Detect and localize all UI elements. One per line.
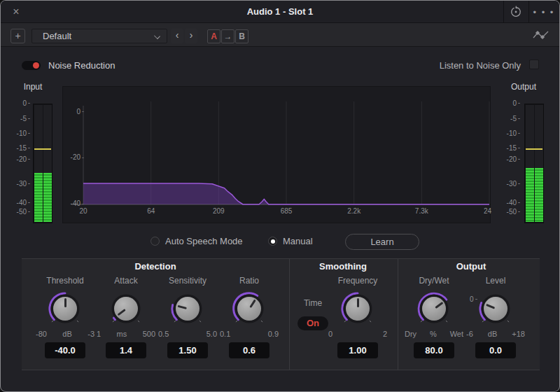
knob-column-attack: Attack1ms5001.4	[94, 276, 158, 358]
dry-wet-value-field[interactable]: 80.0	[414, 342, 454, 358]
meter-peak-hold	[34, 148, 51, 150]
meter-scale-label: -5	[10, 115, 30, 122]
meter-scale-label: 0	[10, 99, 30, 107]
meter-bars	[33, 104, 52, 223]
attack-value-field[interactable]: 1.4	[106, 342, 146, 358]
range-label: -80	[36, 330, 47, 338]
ab-copy-button[interactable]: →	[221, 29, 234, 43]
range-label: 500	[143, 330, 155, 338]
frequency-label: Frequency	[326, 276, 389, 288]
meter-bar	[43, 105, 52, 222]
threshold-knob[interactable]	[46, 289, 85, 328]
ab-b-button[interactable]: B	[235, 29, 248, 43]
dry-wet-label: Dry/Wet	[402, 276, 465, 288]
range-label: -3	[88, 330, 94, 338]
frequency-knob[interactable]	[338, 289, 377, 328]
knob-pointer	[435, 302, 443, 309]
svg-text:209: 209	[213, 207, 225, 215]
threshold-value-field[interactable]: -40.0	[45, 342, 85, 358]
reset-history-button[interactable]	[503, 1, 528, 23]
listen-noise-only-checkbox[interactable]	[529, 59, 539, 69]
sensitivity-knob[interactable]	[168, 289, 207, 328]
range-label: 1	[97, 330, 101, 338]
knob-face	[422, 297, 446, 321]
next-preset-button[interactable]: ›	[185, 29, 197, 43]
range-label: 0.9	[268, 330, 279, 338]
range-label: +18	[512, 330, 525, 338]
meter-level-fill	[526, 168, 534, 223]
plugin-window: × Audio 1 - Slot 1 • • • + Default ‹ › A…	[0, 0, 560, 392]
attack-knob[interactable]	[106, 289, 146, 328]
sensitivity-label: Sensitivity	[156, 276, 219, 288]
knob-pointer	[357, 298, 359, 307]
svg-text:685: 685	[281, 207, 293, 215]
meter-peak-hold	[526, 148, 542, 150]
section-divider	[289, 259, 290, 370]
meter-scale-label: -50	[500, 208, 520, 216]
radio-icon	[268, 237, 277, 246]
meter-bar	[34, 105, 43, 222]
knob-face	[484, 297, 507, 321]
range-label: 2	[383, 330, 387, 338]
level-knob[interactable]: 0	[476, 289, 515, 328]
output-meter-label: Output	[502, 82, 545, 92]
ratio-range-labels: 0.10.9	[218, 328, 281, 339]
range-label: %	[430, 330, 437, 338]
sensitivity-value-field[interactable]: 1.50	[167, 342, 208, 358]
dry-wet-knob[interactable]	[414, 289, 454, 328]
range-label: Dry	[405, 330, 416, 338]
radio-label: Auto Speech Mode	[165, 236, 243, 246]
level-value-field[interactable]: 0.0	[475, 342, 516, 358]
radio-auto-speech-mode[interactable]: Auto Speech Mode	[150, 236, 243, 246]
learn-button[interactable]: Learn	[345, 234, 419, 250]
dry-wet-range-labels: Dry%Wet	[402, 328, 465, 339]
ratio-knob[interactable]	[230, 289, 269, 328]
meter-scale-label: -50	[10, 208, 30, 216]
meter-scale-label: -40	[500, 199, 520, 206]
knob-column-level: Level0-6dB+180.0	[464, 276, 527, 358]
preset-dropdown[interactable]: Default	[31, 29, 167, 43]
meter-scale-label: -20	[10, 155, 30, 163]
meter-scale-label: -10	[10, 130, 30, 137]
keyframe-automation-button[interactable]	[527, 24, 555, 46]
meter-scale-label: -40	[10, 199, 30, 206]
section-title-smoothing: Smoothing	[294, 261, 392, 272]
range-label: -6	[466, 330, 473, 338]
knob-face	[237, 297, 261, 321]
options-menu-button[interactable]: • • •	[528, 1, 559, 23]
svg-text:7.3k: 7.3k	[415, 207, 429, 215]
keyframe-curve-icon	[533, 29, 550, 41]
frequency-value-field[interactable]: 1.00	[337, 342, 378, 358]
frequency-range-labels: 02	[326, 328, 389, 339]
radio-label: Manual	[283, 236, 313, 246]
meter-scale-label: -15	[500, 144, 520, 152]
plugin-name-label: Noise Reduction	[48, 60, 115, 71]
time-smoothing-on-button[interactable]: On	[298, 316, 328, 330]
section-divider	[398, 259, 398, 370]
noise-reduction-power-toggle[interactable]	[22, 61, 41, 70]
noise-profile-spectrum-graph: 0-20-4020642096852.2k7.3k24k	[62, 86, 491, 223]
listen-noise-only-label: Listen to Noise Only	[440, 60, 521, 71]
svg-text:24k: 24k	[484, 207, 491, 215]
meter-level-fill	[535, 168, 543, 223]
add-preset-button[interactable]: +	[10, 29, 25, 43]
range-label: Wet	[450, 330, 463, 338]
ratio-value-field[interactable]: 0.6	[229, 342, 270, 358]
range-label: 5.0	[206, 330, 217, 338]
svg-text:2.2k: 2.2k	[347, 207, 361, 215]
range-label: 0.5	[158, 330, 169, 338]
section-title-output: Output	[422, 261, 520, 272]
meter-scale-label: -30	[10, 180, 30, 188]
meter-level-fill	[34, 173, 43, 223]
ab-compare-group: A → B	[207, 29, 249, 43]
range-label: ms	[117, 330, 127, 338]
meter-bar	[535, 105, 543, 222]
knob-pointer	[117, 309, 125, 316]
radio-manual[interactable]: Manual	[268, 236, 313, 246]
meter-scale-label: -30	[500, 180, 520, 188]
prev-preset-button[interactable]: ‹	[171, 29, 183, 43]
knob-column-dry-wet: Dry/WetDry%Wet80.0	[402, 276, 465, 358]
ab-a-button[interactable]: A	[207, 29, 220, 43]
knob-column-ratio: Ratio0.10.90.6	[218, 276, 281, 358]
zero-db-tick-label: 0	[470, 295, 477, 303]
